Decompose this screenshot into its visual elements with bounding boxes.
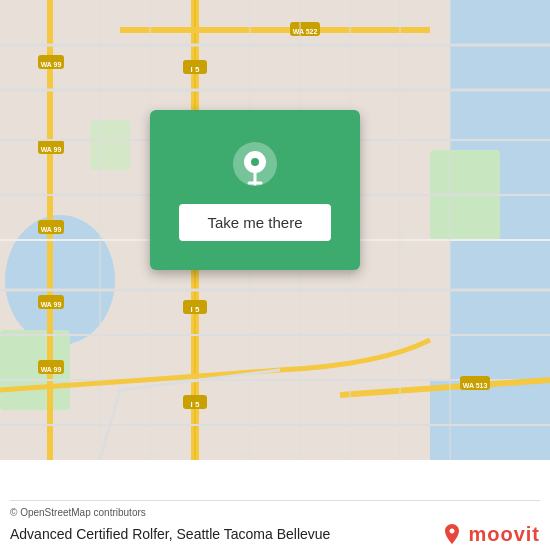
moovit-pin-icon [440,522,464,546]
svg-text:WA 99: WA 99 [41,226,62,233]
moovit-logo: moovit [440,522,540,546]
osm-credit: © OpenStreetMap contributors [10,507,540,518]
svg-text:I 5: I 5 [191,305,200,314]
svg-point-52 [251,158,259,166]
map-container: I 5 I 5 I 5 I 5 WA 99 WA 99 WA 99 WA 99 … [0,0,550,460]
divider [10,500,540,501]
svg-rect-6 [90,120,130,170]
svg-text:WA 99: WA 99 [41,146,62,153]
svg-text:WA 99: WA 99 [41,366,62,373]
overlay-card: Take me there [150,110,360,270]
moovit-text-label: moovit [468,523,540,546]
svg-text:WA 99: WA 99 [41,61,62,68]
location-row: Advanced Certified Rolfer, Seattle Tacom… [10,522,540,546]
svg-point-1 [5,215,115,345]
bottom-bar: © OpenStreetMap contributors Advanced Ce… [0,460,550,550]
svg-rect-3 [430,380,550,460]
take-me-there-button[interactable]: Take me there [179,204,330,241]
svg-text:I 5: I 5 [191,65,200,74]
location-pin-icon [231,140,279,188]
svg-text:WA 522: WA 522 [293,28,318,35]
location-text: Advanced Certified Rolfer, Seattle Tacom… [10,526,330,542]
svg-text:WA 99: WA 99 [41,301,62,308]
svg-text:WA 513: WA 513 [463,382,488,389]
svg-text:I 5: I 5 [191,400,200,409]
